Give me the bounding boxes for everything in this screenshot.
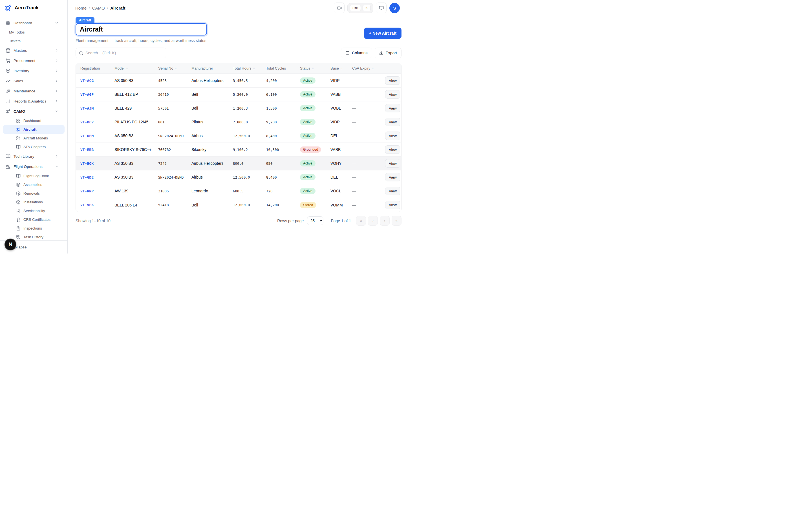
registration-link[interactable]: VT-DCV xyxy=(76,120,114,124)
trending-up-icon xyxy=(6,78,10,83)
sidebar-item-tickets[interactable]: Tickets xyxy=(3,37,64,45)
view-button[interactable]: View xyxy=(385,76,400,85)
view-button[interactable]: View xyxy=(385,131,400,140)
column-header-serial-no[interactable]: Serial No↑↓ xyxy=(158,66,192,70)
sidebar-item-installations[interactable]: Installations xyxy=(3,198,64,207)
status-badge: Active xyxy=(300,91,315,98)
monitor-icon xyxy=(379,6,384,10)
registration-link[interactable]: VT-EQK xyxy=(76,161,114,166)
sidebar-item-dashboard[interactable]: Dashboard xyxy=(3,116,64,125)
total-hours-cell: 12,500.0 xyxy=(233,175,266,179)
sidebar-item-inventory[interactable]: Inventory xyxy=(3,66,64,76)
download-icon xyxy=(379,51,384,55)
breadcrumb-camo[interactable]: CAMO xyxy=(92,6,105,10)
registration-link[interactable]: VT-RRP xyxy=(76,189,114,193)
total-hours-cell: 12,000.0 xyxy=(233,203,266,207)
sidebar-item-tech-library[interactable]: Tech Library xyxy=(3,151,64,161)
column-header-manufacturer[interactable]: Manufacturer↑↓ xyxy=(192,66,233,70)
export-button[interactable]: Export xyxy=(375,48,402,58)
view-button[interactable]: View xyxy=(385,90,400,99)
column-header-base[interactable]: Base↑↓ xyxy=(331,66,352,70)
sidebar-item-procurement[interactable]: Procurement xyxy=(3,55,64,66)
registration-link[interactable]: VT-AJM xyxy=(76,106,114,110)
sidebar-item-label: Tickets xyxy=(9,39,20,43)
sort-icon: ↑↓ xyxy=(101,67,103,70)
columns-button[interactable]: Columns xyxy=(341,48,372,58)
dev-tools-badge[interactable]: N xyxy=(4,238,16,250)
sidebar-item-aircraft-models[interactable]: Aircraft Models xyxy=(3,134,64,143)
search-box[interactable] xyxy=(75,48,166,58)
column-header-model[interactable]: Model↑↓ xyxy=(114,66,158,70)
status-cell: Active xyxy=(300,160,331,166)
coa-expiry-cell: — xyxy=(352,106,383,110)
sidebar-item-ata-chapters[interactable]: ATA Chapters xyxy=(3,143,64,151)
prev-page-button[interactable]: ‹ xyxy=(368,216,378,226)
base-cell: DEL xyxy=(331,133,352,138)
sidebar-item-inspections[interactable]: Inspections xyxy=(3,224,64,233)
sidebar-item-label: My Todos xyxy=(9,30,24,34)
search-input[interactable] xyxy=(86,51,163,55)
first-page-button[interactable]: « xyxy=(356,216,366,226)
serial-cell: SN-2024-DEMO xyxy=(158,134,192,138)
total-cycles-cell: 720 xyxy=(266,189,300,193)
view-button[interactable]: View xyxy=(385,159,400,168)
sidebar-item-label: Masters xyxy=(13,48,27,53)
column-header-total-hours[interactable]: Total Hours↑↓ xyxy=(233,66,266,70)
sidebar-item-label: Inspections xyxy=(23,226,42,230)
sidebar-item-dashboard[interactable]: Dashboard xyxy=(3,18,64,28)
registration-link[interactable]: VT-AGP xyxy=(76,93,114,97)
registration-link[interactable]: VT-DEM xyxy=(76,134,114,138)
registration-link[interactable]: VT-ACG xyxy=(76,78,114,83)
status-cell: Stored xyxy=(300,202,331,208)
view-button[interactable]: View xyxy=(385,118,400,126)
screen-record-button[interactable] xyxy=(334,3,345,13)
sidebar-item-sales[interactable]: Sales xyxy=(3,76,64,86)
doctype-tab[interactable]: Aircraft xyxy=(75,17,94,23)
serial-cell: 57301 xyxy=(158,106,192,110)
view-button[interactable]: View xyxy=(385,201,400,209)
sidebar-item-flight-log-book[interactable]: Flight Log Book xyxy=(3,172,64,180)
sidebar-item-assemblies[interactable]: Assemblies xyxy=(3,180,64,189)
rows-per-page-select[interactable]: 25 xyxy=(307,216,323,225)
registration-link[interactable]: VT-VPA xyxy=(76,203,114,207)
sidebar-item-label: Inventory xyxy=(13,69,29,73)
sort-icon: ↑↓ xyxy=(253,67,255,70)
sidebar-item-serviceability[interactable]: Serviceability xyxy=(3,207,64,215)
serial-cell: 801 xyxy=(158,120,192,124)
last-page-button[interactable]: » xyxy=(392,216,402,226)
layout-grid-icon xyxy=(6,20,10,25)
page-title-input[interactable] xyxy=(75,23,207,36)
view-button[interactable]: View xyxy=(385,173,400,181)
registration-link[interactable]: VT-EBB xyxy=(76,148,114,152)
sidebar-item-flight-operations[interactable]: Flight Operations xyxy=(3,161,64,172)
display-mode-button[interactable] xyxy=(376,3,387,13)
sidebar: AeroTrack DashboardMy TodosTicketsMaster… xyxy=(0,0,68,253)
coa-expiry-cell: — xyxy=(352,161,383,166)
layout-grid-icon xyxy=(16,119,20,123)
sidebar-item-camo[interactable]: CAMO xyxy=(3,106,64,116)
command-palette-shortcut[interactable]: Ctrl K xyxy=(347,3,373,13)
view-button[interactable]: View xyxy=(385,104,400,112)
user-avatar[interactable]: S xyxy=(389,3,400,13)
column-header-registration[interactable]: Registration↑↓ xyxy=(76,66,114,70)
registration-link[interactable]: VT-GDE xyxy=(76,175,114,179)
column-header-coa-expiry[interactable]: CoA Expiry↑↓ xyxy=(352,66,383,70)
column-header-total-cycles[interactable]: Total Cycles↑↓ xyxy=(266,66,300,70)
next-page-button[interactable]: › xyxy=(380,216,390,226)
view-button[interactable]: View xyxy=(385,187,400,195)
breadcrumb-home[interactable]: Home xyxy=(75,6,87,10)
sidebar-item-reports-analytics[interactable]: Reports & Analytics xyxy=(3,96,64,106)
sidebar-item-removals[interactable]: Removals xyxy=(3,189,64,198)
brand-name: AeroTrack xyxy=(15,5,39,11)
status-badge: Active xyxy=(300,105,315,111)
sidebar-item-aircraft[interactable]: Aircraft xyxy=(3,125,64,134)
column-header-status[interactable]: Status↑↓ xyxy=(300,66,331,70)
coa-expiry-cell: — xyxy=(352,189,383,193)
page-subtitle: Fleet management — track aircraft, hours… xyxy=(75,38,207,43)
view-button[interactable]: View xyxy=(385,145,400,154)
sidebar-item-masters[interactable]: Masters xyxy=(3,45,64,55)
sidebar-item-maintenance[interactable]: Maintenance xyxy=(3,86,64,96)
sidebar-item-crs-certificates[interactable]: CRS Certificates xyxy=(3,215,64,224)
sidebar-item-my-todos[interactable]: My Todos xyxy=(3,28,64,37)
new-aircraft-button[interactable]: + New Aircraft xyxy=(364,27,402,39)
